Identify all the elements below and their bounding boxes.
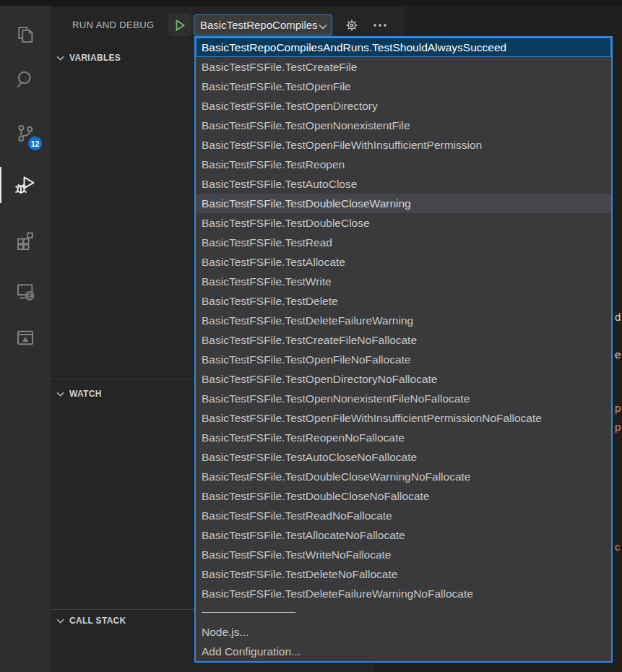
more-actions-button[interactable]	[370, 15, 390, 35]
code-fragment: d	[615, 311, 621, 323]
chevron-down-icon	[56, 392, 64, 397]
section-label: VARIABLES	[69, 53, 121, 63]
dropdown-item[interactable]: BasicTestFSFile.TestAutoCloseNoFallocate	[196, 447, 611, 467]
section-label: CALL STACK	[69, 616, 126, 626]
debug-settings-button[interactable]	[342, 15, 362, 35]
dropdown-item[interactable]: BasicTestFSFile.TestDeleteFailureWarning	[196, 311, 611, 330]
dropdown-footer: Node.js...Add Configuration...	[196, 622, 611, 661]
activity-bar: 12	[0, 6, 51, 672]
dropdown-item[interactable]: BasicTestFSFile.TestReopenNoFallocate	[196, 428, 611, 447]
code-fragment: p	[615, 421, 621, 433]
activity-item-remote-explorer[interactable]	[0, 271, 51, 311]
scm-badge: 12	[28, 137, 42, 150]
play-icon	[173, 18, 187, 33]
vscode-window: 12	[0, 0, 622, 672]
dropdown-item[interactable]: BasicTestFSFile.TestDoubleClose	[196, 213, 611, 233]
code-fragment: p	[615, 402, 621, 414]
chevron-down-icon	[56, 56, 64, 61]
activity-item-custom-panel[interactable]	[0, 318, 51, 358]
section-call-stack[interactable]: CALL STACK	[51, 612, 201, 629]
code-fragment: e	[615, 348, 621, 361]
dropdown-item[interactable]: BasicTestFSFile.TestOpenFile	[196, 77, 611, 96]
custom-panel-icon	[14, 327, 36, 349]
activity-item-extensions[interactable]	[0, 220, 51, 261]
start-debugging-button[interactable]	[168, 14, 191, 36]
dropdown-item[interactable]: BasicTestFSFile.TestOpenNonexistentFile	[196, 116, 611, 135]
dropdown-item[interactable]: BasicTestFSFile.TestDeleteNoFallocate	[196, 564, 611, 584]
dropdown-item[interactable]: BasicTestFSFile.TestCreateFile	[196, 57, 611, 77]
activity-item-source-control[interactable]: 12	[0, 113, 51, 154]
gear-icon	[344, 17, 360, 33]
dropdown-item[interactable]: BasicTestFSFile.TestAutoClose	[196, 174, 611, 194]
dropdown-items: BasicTestRepoCompilesAndRuns.TestShouldA…	[196, 38, 611, 603]
dropdown-item[interactable]: BasicTestFSFile.TestReadNoFallocate	[196, 506, 611, 525]
dropdown-item[interactable]: BasicTestFSFile.TestCreateFileNoFallocat…	[196, 330, 611, 350]
dropdown-item[interactable]: BasicTestFSFile.TestRead	[196, 233, 611, 252]
launch-configuration-value: BasicTestRepoCompilesAndRuns.TestShouldA…	[194, 19, 317, 31]
active-indicator	[0, 167, 1, 203]
dropdown-item[interactable]: BasicTestFSFile.TestDelete	[196, 291, 611, 311]
dropdown-footer-item[interactable]: Node.js...	[196, 622, 611, 642]
ellipsis-icon	[372, 22, 388, 28]
chevron-down-icon	[317, 18, 332, 33]
dropdown-separator	[196, 603, 611, 622]
launch-configuration-dropdown: BasicTestRepoCompilesAndRuns.TestShouldA…	[194, 36, 613, 663]
search-icon	[14, 69, 36, 90]
dropdown-footer-item[interactable]: Add Configuration...	[196, 642, 611, 661]
remote-explorer-icon	[14, 280, 36, 302]
activity-item-search[interactable]	[0, 59, 51, 100]
dropdown-item[interactable]: BasicTestFSFile.TestWrite	[196, 272, 611, 291]
files-icon	[14, 24, 36, 46]
dropdown-item[interactable]: BasicTestFSFile.TestReopen	[196, 155, 611, 174]
dropdown-item[interactable]: BasicTestFSFile.TestOpenFileWithInsuffic…	[196, 135, 611, 155]
section-label: WATCH	[69, 389, 102, 399]
dropdown-item[interactable]: BasicTestFSFile.TestWriteNoFallocate	[196, 545, 611, 564]
section-variables[interactable]: VARIABLES	[51, 49, 201, 66]
run-and-debug-icon	[13, 173, 38, 197]
dropdown-item[interactable]: BasicTestFSFile.TestAllocate	[196, 252, 611, 272]
dropdown-item[interactable]: BasicTestFSFile.TestOpenDirectoryNoFallo…	[196, 369, 611, 389]
dropdown-item[interactable]: BasicTestFSFile.TestOpenFileNoFallocate	[196, 350, 611, 369]
window-titlebar	[0, 0, 622, 6]
dropdown-item[interactable]: BasicTestFSFile.TestAllocateNoFallocate	[196, 525, 611, 545]
dropdown-item[interactable]: BasicTestFSFile.TestDeleteFailureWarning…	[196, 584, 611, 603]
code-fragment: c	[615, 540, 621, 553]
dropdown-item[interactable]: BasicTestRepoCompilesAndRuns.TestShouldA…	[196, 38, 611, 57]
section-watch[interactable]: WATCH	[51, 385, 201, 402]
extensions-icon	[14, 230, 36, 251]
chevron-down-icon	[56, 619, 64, 624]
panel-title: RUN AND DEBUG	[72, 20, 155, 30]
activity-item-explorer[interactable]	[0, 14, 51, 55]
dropdown-item[interactable]: BasicTestFSFile.TestDoubleCloseWarning	[196, 194, 611, 213]
dropdown-item[interactable]: BasicTestFSFile.TestOpenDirectory	[196, 96, 611, 116]
dropdown-item[interactable]: BasicTestFSFile.TestDoubleCloseNoFalloca…	[196, 486, 611, 506]
dropdown-item[interactable]: BasicTestFSFile.TestDoubleCloseWarningNo…	[196, 467, 611, 486]
dropdown-item[interactable]: BasicTestFSFile.TestOpenNonexistentFileN…	[196, 389, 611, 408]
dropdown-item[interactable]: BasicTestFSFile.TestOpenFileWithInsuffic…	[196, 408, 611, 428]
activity-item-run-and-debug[interactable]	[0, 165, 51, 205]
launch-configuration-select[interactable]: BasicTestRepoCompilesAndRuns.TestShouldA…	[194, 14, 332, 35]
